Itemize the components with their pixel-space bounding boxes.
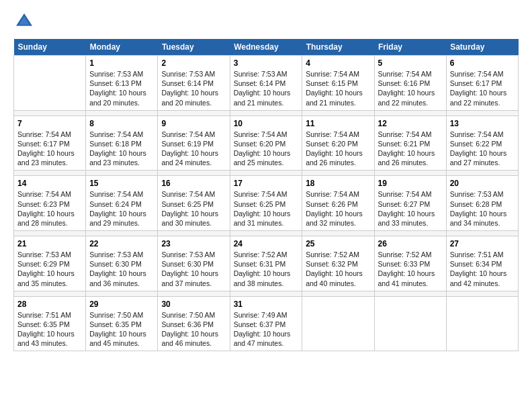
spacer-cell: [446, 171, 518, 176]
day-header-sunday: Sunday: [14, 39, 86, 56]
spacer-cell: [158, 171, 230, 176]
calendar-cell: 31Sunrise: 7:49 AMSunset: 6:37 PMDayligh…: [230, 296, 302, 351]
day-number: 25: [306, 239, 370, 248]
day-number: 12: [378, 119, 443, 128]
day-info: Sunrise: 7:54 AMSunset: 6:19 PMDaylight:…: [161, 130, 226, 168]
day-number: 10: [234, 119, 299, 128]
day-number: 16: [161, 179, 226, 188]
calendar-cell: 2Sunrise: 7:53 AMSunset: 6:14 PMDaylight…: [158, 56, 230, 111]
day-info: Sunrise: 7:54 AMSunset: 6:21 PMDaylight:…: [378, 130, 443, 168]
day-info: Sunrise: 7:51 AMSunset: 6:35 PMDaylight:…: [17, 310, 82, 349]
day-number: 13: [450, 119, 515, 128]
spacer-cell: [446, 110, 518, 116]
day-info: Sunrise: 7:50 AMSunset: 6:36 PMDaylight:…: [161, 310, 226, 349]
calendar-cell: 17Sunrise: 7:54 AMSunset: 6:25 PMDayligh…: [230, 176, 302, 231]
day-number: 27: [450, 239, 515, 248]
day-info: Sunrise: 7:53 AMSunset: 6:14 PMDaylight:…: [234, 69, 299, 107]
spacer-cell: [374, 171, 446, 176]
day-number: 2: [161, 58, 226, 68]
calendar-cell: 18Sunrise: 7:54 AMSunset: 6:26 PMDayligh…: [302, 176, 374, 231]
day-header-tuesday: Tuesday: [158, 39, 230, 56]
spacer-cell: [446, 231, 518, 236]
page-container: SundayMondayTuesdayWednesdayThursdayFrid…: [0, 0, 532, 358]
spacer-cell: [158, 231, 230, 236]
calendar-cell: [14, 56, 86, 111]
spacer-cell: [230, 291, 302, 296]
day-number: 19: [378, 179, 443, 188]
day-number: 31: [234, 300, 299, 309]
day-info: Sunrise: 7:54 AMSunset: 6:18 PMDaylight:…: [89, 130, 154, 168]
spacer-cell: [14, 171, 86, 176]
day-info: Sunrise: 7:54 AMSunset: 6:20 PMDaylight:…: [234, 130, 299, 168]
day-info: Sunrise: 7:54 AMSunset: 6:23 PMDaylight:…: [17, 189, 82, 228]
day-info: Sunrise: 7:53 AMSunset: 6:30 PMDaylight:…: [89, 250, 154, 288]
spacer-cell: [374, 291, 446, 296]
calendar-cell: 27Sunrise: 7:51 AMSunset: 6:34 PMDayligh…: [446, 236, 518, 291]
day-info: Sunrise: 7:54 AMSunset: 6:15 PMDaylight:…: [306, 69, 370, 107]
day-number: 24: [234, 239, 299, 248]
calendar-cell: 10Sunrise: 7:54 AMSunset: 6:20 PMDayligh…: [230, 116, 302, 171]
day-number: 3: [234, 58, 299, 68]
day-info: Sunrise: 7:54 AMSunset: 6:20 PMDaylight:…: [306, 130, 370, 168]
calendar-cell: 16Sunrise: 7:54 AMSunset: 6:25 PMDayligh…: [158, 176, 230, 231]
calendar-cell: 26Sunrise: 7:52 AMSunset: 6:33 PMDayligh…: [374, 236, 446, 291]
day-info: Sunrise: 7:51 AMSunset: 6:34 PMDaylight:…: [450, 250, 515, 288]
day-info: Sunrise: 7:54 AMSunset: 6:26 PMDaylight:…: [306, 189, 370, 228]
spacer-cell: [14, 291, 86, 296]
calendar-cell: 11Sunrise: 7:54 AMSunset: 6:20 PMDayligh…: [302, 116, 374, 171]
day-info: Sunrise: 7:53 AMSunset: 6:13 PMDaylight:…: [89, 69, 154, 107]
day-number: 9: [161, 119, 226, 128]
calendar-cell: 24Sunrise: 7:52 AMSunset: 6:31 PMDayligh…: [230, 236, 302, 291]
calendar-cell: 29Sunrise: 7:50 AMSunset: 6:35 PMDayligh…: [86, 296, 158, 351]
week-row-5: 28Sunrise: 7:51 AMSunset: 6:35 PMDayligh…: [14, 296, 519, 351]
day-info: Sunrise: 7:54 AMSunset: 6:22 PMDaylight:…: [450, 130, 515, 168]
spacer-cell: [158, 291, 230, 296]
calendar-cell: 14Sunrise: 7:54 AMSunset: 6:23 PMDayligh…: [14, 176, 86, 231]
week-row-3: 14Sunrise: 7:54 AMSunset: 6:23 PMDayligh…: [14, 176, 519, 231]
spacer-row: [14, 231, 519, 236]
day-number: 8: [89, 119, 154, 128]
calendar-cell: 7Sunrise: 7:54 AMSunset: 6:17 PMDaylight…: [14, 116, 86, 171]
day-number: 21: [17, 239, 82, 248]
day-info: Sunrise: 7:52 AMSunset: 6:32 PMDaylight:…: [306, 250, 370, 288]
logo-icon: [13, 11, 35, 32]
day-header-saturday: Saturday: [446, 39, 518, 56]
calendar-cell: 15Sunrise: 7:54 AMSunset: 6:24 PMDayligh…: [86, 176, 158, 231]
calendar-cell: 30Sunrise: 7:50 AMSunset: 6:36 PMDayligh…: [158, 296, 230, 351]
calendar-cell: 20Sunrise: 7:53 AMSunset: 6:28 PMDayligh…: [446, 176, 518, 231]
day-info: Sunrise: 7:53 AMSunset: 6:29 PMDaylight:…: [17, 250, 82, 288]
day-info: Sunrise: 7:52 AMSunset: 6:33 PMDaylight:…: [378, 250, 443, 288]
spacer-row: [14, 291, 519, 296]
calendar-cell: 5Sunrise: 7:54 AMSunset: 6:16 PMDaylight…: [374, 56, 446, 111]
day-number: 29: [89, 300, 154, 309]
day-info: Sunrise: 7:54 AMSunset: 6:16 PMDaylight:…: [378, 69, 443, 107]
day-number: 20: [450, 179, 515, 188]
spacer-cell: [374, 110, 446, 116]
day-info: Sunrise: 7:50 AMSunset: 6:35 PMDaylight:…: [89, 310, 154, 349]
calendar-cell: 22Sunrise: 7:53 AMSunset: 6:30 PMDayligh…: [86, 236, 158, 291]
day-info: Sunrise: 7:53 AMSunset: 6:14 PMDaylight:…: [161, 69, 226, 107]
calendar-cell: 19Sunrise: 7:54 AMSunset: 6:27 PMDayligh…: [374, 176, 446, 231]
day-number: 6: [450, 58, 515, 68]
spacer-cell: [86, 171, 158, 176]
week-row-4: 21Sunrise: 7:53 AMSunset: 6:29 PMDayligh…: [14, 236, 519, 291]
spacer-cell: [302, 110, 374, 116]
day-number: 15: [89, 179, 154, 188]
spacer-cell: [14, 110, 86, 116]
spacer-cell: [14, 231, 86, 236]
day-header-wednesday: Wednesday: [230, 39, 302, 56]
day-info: Sunrise: 7:54 AMSunset: 6:17 PMDaylight:…: [450, 69, 515, 107]
logo: [13, 11, 38, 32]
calendar-cell: 3Sunrise: 7:53 AMSunset: 6:14 PMDaylight…: [230, 56, 302, 111]
spacer-cell: [374, 231, 446, 236]
calendar-cell: 25Sunrise: 7:52 AMSunset: 6:32 PMDayligh…: [302, 236, 374, 291]
day-info: Sunrise: 7:52 AMSunset: 6:31 PMDaylight:…: [234, 250, 299, 288]
calendar-cell: 4Sunrise: 7:54 AMSunset: 6:15 PMDaylight…: [302, 56, 374, 111]
spacer-cell: [230, 110, 302, 116]
header-row: SundayMondayTuesdayWednesdayThursdayFrid…: [14, 39, 519, 56]
week-row-2: 7Sunrise: 7:54 AMSunset: 6:17 PMDaylight…: [14, 116, 519, 171]
spacer-cell: [302, 291, 374, 296]
day-number: 23: [161, 239, 226, 248]
spacer-row: [14, 171, 519, 176]
spacer-cell: [158, 110, 230, 116]
